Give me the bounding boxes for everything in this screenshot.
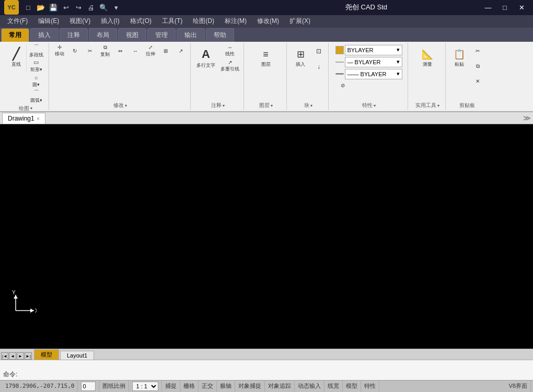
move-btn[interactable]: ✛ 移动 (52, 44, 67, 58)
tab-nav-last[interactable]: ►| (25, 352, 32, 360)
tab-common[interactable]: 常用 (1, 28, 29, 42)
layer-expand[interactable]: ▾ (271, 103, 273, 108)
maximize-btn[interactable]: □ (497, 2, 512, 13)
draw-expand[interactable]: ▾ (30, 106, 32, 111)
layout1-tab[interactable]: Layout1 (60, 351, 94, 360)
create-block-btn[interactable]: ⊡ (311, 44, 326, 58)
layer-manager-btn[interactable]: ≡ 图层 (256, 44, 276, 73)
linear-dim-btn[interactable]: ↔ 线性 (218, 44, 241, 58)
cut-btn[interactable]: ✂ (470, 44, 485, 58)
tab-view[interactable]: 视图 (118, 28, 146, 42)
mleader-btn[interactable]: ↗ 多重引线 (218, 59, 241, 74)
undo-btn[interactable]: ↩ (61, 2, 71, 13)
grid-btn[interactable]: 栅格 (180, 381, 199, 392)
new-btn[interactable]: □ (23, 2, 33, 13)
tab-help[interactable]: 帮助 (206, 28, 234, 42)
menu-annotate[interactable]: 标注(M) (219, 15, 252, 28)
menu-tools[interactable]: 工具(T) (157, 15, 188, 28)
menu-modify[interactable]: 修改(M) (252, 15, 284, 28)
rect-btn[interactable]: ▭ 矩形▾ (27, 59, 45, 74)
scale-ratio-select[interactable]: 1 : 1 (132, 382, 158, 391)
util-expand[interactable]: ▾ (437, 103, 439, 108)
scale-input[interactable] (81, 382, 96, 391)
color-dropdown[interactable]: BYLAYER▾ (345, 45, 402, 55)
model-btn[interactable]: 模型 (343, 381, 361, 392)
drawing-tab[interactable]: Drawing1 × (2, 113, 45, 124)
properties-btn[interactable]: 特性 (361, 381, 379, 392)
tab-layout[interactable]: 布局 (89, 28, 117, 42)
scale-ratio-item[interactable]: 1 : 1 (129, 381, 162, 392)
linetype-dropdown[interactable]: — BYLAYER▾ (345, 57, 402, 67)
mtext-btn[interactable]: A 多行文字 (194, 44, 218, 73)
otrack-btn[interactable]: 对象追踪 (265, 381, 295, 392)
measure-btn[interactable]: 📐 测量 (417, 44, 438, 73)
delete-btn[interactable]: ✕ (470, 74, 485, 89)
ortho-btn[interactable]: 正交 (199, 381, 217, 392)
v8-interface-btn[interactable]: V8界面 (506, 381, 531, 392)
modify-expand[interactable]: ▾ (125, 103, 127, 108)
model-tab[interactable]: 模型 (34, 349, 59, 360)
zoom-btn[interactable]: 🔍 (98, 2, 109, 13)
annot-expand[interactable]: ▾ (223, 103, 225, 108)
tab-output[interactable]: 输出 (177, 28, 205, 42)
block-expand[interactable]: ▾ (310, 103, 312, 108)
menu-insert[interactable]: 插入(I) (96, 15, 124, 28)
tab-close-btn[interactable]: × (37, 115, 40, 122)
trim-btn[interactable]: ✂ (83, 44, 97, 58)
mirror-btn[interactable]: ⇔ (113, 44, 128, 58)
array-btn[interactable]: ⊞ (158, 44, 173, 58)
paper-scale-label: 图纸比例 (99, 381, 129, 392)
arc-btn[interactable]: ⌒ 圆弧▾ (27, 89, 45, 104)
annotation-group: A 多行文字 ↔ 线性 ↗ 多重引线 注释 ▾ (192, 43, 244, 111)
tab-nav-next[interactable]: ► (17, 352, 24, 360)
dynin-btn[interactable]: 动态输入 (295, 381, 325, 392)
menu-format[interactable]: 格式(O) (125, 15, 157, 28)
lineweight-btn[interactable]: 线宽 (325, 381, 343, 392)
matchprop-btn[interactable]: ⊘ (335, 81, 350, 90)
extend-btn[interactable]: ↔ (128, 44, 143, 58)
insert-block-btn[interactable]: ⊞ 插入 (290, 44, 311, 73)
tab-insert[interactable]: 插入 (30, 28, 59, 42)
menu-file[interactable]: 文件(F) (2, 15, 33, 28)
line-btn[interactable]: ╱ 直线 (6, 44, 27, 73)
measure-icon: 📐 (422, 49, 433, 60)
tab-manage[interactable]: 管理 (147, 28, 176, 42)
menu-edit[interactable]: 编辑(E) (33, 15, 64, 28)
circle-btn[interactable]: ○ 圆▾ (27, 74, 45, 89)
app-logo[interactable]: YC (4, 0, 19, 15)
close-btn[interactable]: ✕ (514, 2, 529, 13)
scale-btn[interactable]: ↗ (173, 44, 188, 58)
tab-nav-prev[interactable]: ◄ (9, 352, 16, 360)
qa-more-btn[interactable]: ▾ (111, 2, 121, 13)
drawing-area[interactable]: X Y (0, 124, 533, 349)
tab-nav-first[interactable]: |◄ (1, 352, 8, 360)
polar-btn[interactable]: 极轴 (217, 381, 235, 392)
polyline-btn[interactable]: ⌒ 多段线 (27, 44, 45, 58)
tab-scroll-end[interactable]: ≫ (523, 114, 531, 122)
snap-btn[interactable]: 捕捉 (162, 381, 180, 392)
redo-btn[interactable]: ↪ (73, 2, 84, 13)
copy-btn[interactable]: ⧉ 复制 (98, 44, 112, 58)
menu-view[interactable]: 视图(V) (64, 15, 96, 28)
stretch-btn[interactable]: ⤢ 拉伸 (143, 44, 158, 58)
block-group: ⊞ 插入 ⊡ ↓ 块 ▾ (288, 43, 329, 111)
minimize-btn[interactable]: — (481, 2, 495, 13)
tab-annotate[interactable]: 注释 (60, 28, 88, 42)
paste-btn[interactable]: 📋 粘贴 (449, 44, 470, 73)
ucs-svg: X Y (10, 290, 37, 316)
copy-clip-btn[interactable]: ⧉ (470, 59, 485, 74)
print-btn[interactable]: 🖨 (86, 2, 96, 13)
mtext-icon: A (202, 47, 210, 61)
props-expand[interactable]: ▾ (374, 103, 376, 108)
ribbon-toolbar: ╱ 直线 ⌒ 多段线 ▭ 矩形▾ ○ 圆▾ (0, 42, 533, 113)
wblock-btn[interactable]: ↓ (311, 60, 326, 74)
tab-strip: Drawing1 × ≫ (0, 112, 533, 124)
lineweight-dropdown[interactable]: —— BYLAYER▾ (345, 69, 402, 79)
menu-draw[interactable]: 绘图(D) (188, 15, 219, 28)
scale-input-item[interactable] (78, 381, 99, 392)
menu-extend[interactable]: 扩展(X) (284, 15, 316, 28)
open-btn[interactable]: 📂 (36, 2, 46, 13)
save-btn[interactable]: 💾 (48, 2, 59, 13)
osnap-btn[interactable]: 对象捕捉 (235, 381, 265, 392)
rotate-btn[interactable]: ↻ (67, 44, 82, 58)
